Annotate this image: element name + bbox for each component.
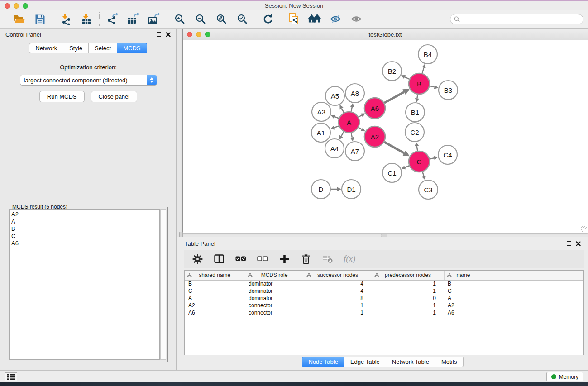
graph-node-B1[interactable]: B1	[406, 103, 425, 122]
memory-button[interactable]: Memory	[546, 372, 583, 381]
table-cell[interactable]: dominator	[245, 295, 304, 302]
graph-edge-A-A8[interactable]	[351, 107, 352, 111]
graph-node-A8[interactable]: A8	[345, 84, 364, 103]
graph-edge-C-C3[interactable]	[422, 172, 424, 176]
graph-edge-A6-B[interactable]	[384, 92, 404, 103]
search-input[interactable]	[462, 16, 575, 23]
graph-edge-A-A2[interactable]	[359, 128, 362, 129]
graph-node-B3[interactable]: B3	[439, 81, 458, 100]
node-table[interactable]: shared nameMCDS rolesuccessor nodesprede…	[184, 270, 584, 355]
table-cell[interactable]: A6	[444, 309, 483, 316]
table-row[interactable]: Cdominator41C	[185, 287, 583, 295]
tab-motifs[interactable]: Motifs	[435, 357, 464, 367]
import-table-icon[interactable]	[80, 13, 93, 25]
table-cell[interactable]: 1	[372, 280, 444, 287]
table-cell[interactable]: connector	[245, 302, 304, 309]
table-cell[interactable]: 1	[372, 309, 444, 316]
graph-node-B4[interactable]: B4	[418, 45, 437, 64]
refresh-icon[interactable]	[262, 13, 274, 25]
result-item[interactable]: A2	[11, 211, 159, 218]
graph-node-C3[interactable]: C3	[419, 180, 438, 199]
table-cell[interactable]: 4	[304, 287, 372, 295]
graph-node-A[interactable]: A	[339, 112, 359, 133]
horizontal-splitter-handle[interactable]	[381, 234, 387, 237]
window-resize-grip[interactable]	[581, 226, 587, 232]
new-network-from-selection-icon[interactable]	[287, 13, 300, 25]
network-canvas[interactable]: AA1A3A4A5A7A8A6A2BB1B2B3B4CC1C2C3C4DD1	[183, 40, 588, 233]
table-cell[interactable]: connector	[245, 309, 304, 316]
network-window-titlebar[interactable]: testGlobe.txt	[183, 29, 588, 40]
table-cell[interactable]: 1	[372, 287, 444, 295]
table-cell[interactable]: 8	[304, 295, 372, 302]
task-history-button[interactable]	[5, 372, 17, 381]
column-header[interactable]: successor nodes	[304, 271, 372, 280]
close-panel-icon[interactable]	[576, 241, 581, 246]
result-item[interactable]: A	[11, 218, 159, 225]
table-cell[interactable]: dominator	[245, 287, 304, 295]
graph-edge-A-A3[interactable]	[335, 117, 339, 119]
zoom-fit-icon[interactable]	[215, 13, 228, 25]
close-panel-icon[interactable]	[166, 32, 171, 37]
table-cell[interactable]: 0	[372, 295, 444, 302]
result-item[interactable]: A6	[11, 240, 159, 247]
graph-node-A3[interactable]: A3	[312, 102, 331, 121]
table-cell[interactable]: B	[185, 280, 245, 287]
graph-node-D[interactable]: D	[311, 180, 330, 199]
graph-edge-A-A5[interactable]	[342, 108, 344, 112]
graph-node-A2[interactable]: A2	[364, 126, 385, 147]
table-cell[interactable]: A6	[185, 309, 245, 316]
table-cell[interactable]: C	[444, 287, 483, 295]
graph-edge-B-B3[interactable]	[430, 86, 434, 87]
export-image-icon[interactable]	[148, 13, 160, 25]
float-panel-icon[interactable]	[567, 241, 571, 246]
graph-node-D1[interactable]: D1	[342, 180, 361, 199]
result-item[interactable]: B	[11, 225, 159, 233]
graph-node-A1[interactable]: A1	[311, 123, 330, 142]
tab-network[interactable]: Network	[29, 43, 63, 53]
open-session-icon[interactable]	[13, 13, 25, 25]
table-row[interactable]: A2connector11A2	[185, 302, 583, 309]
table-cell[interactable]: C	[185, 287, 245, 295]
column-header[interactable]: name	[444, 271, 483, 280]
add-column-icon[interactable]	[278, 253, 290, 265]
split-panel-icon[interactable]	[213, 253, 225, 265]
table-cell[interactable]: 1	[372, 302, 444, 309]
table-cell[interactable]: 4	[304, 280, 372, 287]
table-cell[interactable]: B	[444, 280, 483, 287]
table-cell[interactable]: A2	[185, 302, 245, 309]
result-scrollbar[interactable]	[160, 209, 166, 360]
table-row[interactable]: Adominator80A	[185, 295, 583, 302]
unselect-all-icon[interactable]	[257, 253, 268, 265]
gear-icon[interactable]	[191, 253, 203, 265]
table-cell[interactable]: A	[444, 295, 483, 302]
tab-edge-table[interactable]: Edge Table	[344, 357, 386, 367]
column-header[interactable]: MCDS role	[245, 271, 304, 280]
show-graphics-details-icon[interactable]	[329, 13, 342, 25]
tab-mcds[interactable]: MCDS	[117, 43, 147, 53]
graph-edge-A-A4[interactable]	[341, 132, 344, 136]
graph-node-A6[interactable]: A6	[364, 98, 385, 119]
save-session-icon[interactable]	[33, 13, 46, 25]
close-panel-button[interactable]: Close panel	[91, 91, 138, 102]
graph-node-C4[interactable]: C4	[438, 145, 457, 164]
delete-table-icon[interactable]	[322, 253, 334, 265]
graph-edge-A2-C[interactable]	[384, 142, 404, 153]
column-header[interactable]: predecessor nodes	[372, 271, 444, 280]
tab-select[interactable]: Select	[89, 43, 117, 53]
graph-node-A4[interactable]: A4	[325, 139, 344, 158]
graph-edge-A-A7[interactable]	[351, 133, 352, 138]
graph-edge-A-A1[interactable]	[334, 126, 339, 128]
delete-column-icon[interactable]	[300, 253, 312, 265]
graph-node-C[interactable]: C	[409, 151, 430, 172]
import-network-icon[interactable]	[59, 13, 72, 25]
tab-node-table[interactable]: Node Table	[302, 357, 344, 367]
graph-edge-C-C4[interactable]	[430, 158, 434, 159]
graph-edge-B-B2[interactable]	[405, 77, 409, 79]
graph-edge-C-C1[interactable]	[405, 166, 409, 167]
optimization-criterion-select[interactable]: largest connected component (directed)	[20, 75, 157, 86]
graph-edge-B-B1[interactable]	[417, 95, 417, 99]
home-icon[interactable]	[308, 13, 321, 25]
zoom-selected-icon[interactable]	[236, 13, 249, 25]
zoom-in-icon[interactable]	[173, 13, 186, 25]
result-item[interactable]: C	[11, 233, 159, 240]
